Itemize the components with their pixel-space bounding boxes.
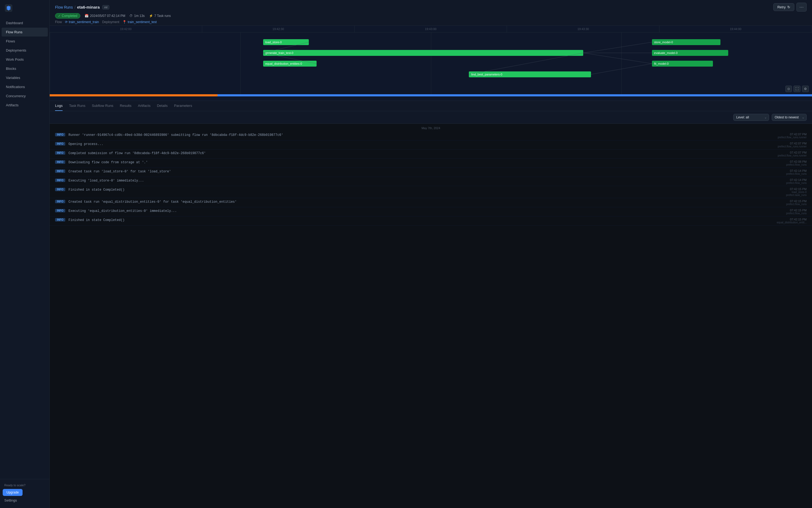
time-label-0: 19:42:00: [50, 26, 202, 32]
log-level-badge: INFO: [55, 188, 65, 191]
log-level-badge: INFO: [55, 200, 65, 203]
flow-label: Flow: [55, 20, 62, 24]
task-bar-equal-distribution[interactable]: equal_distribution_entities-0: [263, 61, 316, 67]
log-source: load_store-0prefect.task_runs: [786, 190, 807, 197]
log-source: prefect.flow_runs.runner: [778, 154, 807, 157]
header-top-row: Flow Runs / eta6-minara ml Retry ↻ ⋯: [55, 3, 807, 11]
log-level-badge: INFO: [55, 209, 65, 212]
log-meta: 07:42:07 PM prefect.flow_runs.runner: [778, 133, 807, 139]
log-row: INFO Executing 'equal_distribution_entit…: [50, 207, 812, 216]
fullscreen-button[interactable]: ⛶: [794, 86, 801, 92]
sidebar: Dashboard Flow Runs Flows Deployments Wo…: [0, 0, 50, 508]
sidebar-item-flow-runs[interactable]: Flow Runs: [2, 28, 48, 37]
log-level-badge: INFO: [55, 133, 65, 136]
prefect-logo-icon: [4, 4, 13, 12]
tab-details[interactable]: Details: [157, 101, 168, 111]
log-meta: 07:42:14 PM prefect.flow_runs: [786, 178, 807, 184]
meta-duration: ⏱ 1m 13s: [129, 14, 144, 18]
tab-artifacts[interactable]: Artifacts: [138, 101, 151, 111]
sort-select[interactable]: Oldest to newest Newest to oldest: [772, 114, 807, 121]
check-icon: ✓: [58, 14, 61, 18]
log-controls: Level: all Level: DEBUG Level: INFO Leve…: [50, 111, 812, 124]
sidebar-item-flows[interactable]: Flows: [2, 37, 48, 46]
log-time: 07:42:15 PM: [786, 209, 807, 212]
sidebar-item-work-pools[interactable]: Work Pools: [2, 55, 48, 64]
svg-line-6: [469, 53, 583, 74]
ml-badge: ml: [102, 5, 109, 9]
sidebar-item-blocks[interactable]: Blocks: [2, 64, 48, 73]
sidebar-item-deployments[interactable]: Deployments: [2, 46, 48, 55]
deployment-name-link[interactable]: 📍 train_sentiment_test: [122, 20, 157, 24]
task-bar-store-model[interactable]: store_model-0: [652, 39, 721, 45]
tab-parameters[interactable]: Parameters: [174, 101, 192, 111]
tab-task-runs[interactable]: Task Runs: [69, 101, 85, 111]
progress-bar-blue: [217, 94, 812, 96]
clock-icon: ⏱: [129, 14, 133, 18]
svg-line-2: [583, 42, 652, 53]
log-row: INFO Finished in state Completed() 07:42…: [50, 186, 812, 198]
log-meta: 07:42:15 PM equal_distribution_entit...: [777, 218, 807, 224]
log-meta: 07:42:07 PM prefect.flow_runs.runner: [778, 151, 807, 157]
log-meta: 07:42:15 PM load_store-0prefect.task_run…: [786, 187, 807, 197]
log-level-badge: INFO: [55, 218, 65, 221]
deployment-label: Deployment: [102, 20, 119, 24]
log-message: Completed submission of flow run '8dbcab…: [69, 151, 774, 156]
sidebar-item-notifications[interactable]: Notifications: [2, 82, 48, 91]
task-bar-fit-model[interactable]: fit_model-0: [652, 61, 713, 67]
log-row: INFO Executing 'load_store-0' immediatel…: [50, 177, 812, 186]
log-source: prefect.flow_runs: [786, 212, 807, 215]
log-level-badge: INFO: [55, 178, 65, 182]
recenter-button[interactable]: ⊙: [785, 86, 792, 92]
tab-logs[interactable]: Logs: [55, 101, 62, 111]
log-meta: 07:42:14 PM prefect.flow_runs: [786, 169, 807, 175]
log-level-badge: INFO: [55, 151, 65, 155]
meta-task-runs: ⚡ 7 Task runs: [149, 14, 171, 18]
ready-to-scale-text: Ready to scale?: [3, 482, 47, 489]
log-row: INFO Created task run 'load_store-0' for…: [50, 168, 812, 177]
sidebar-item-dashboard[interactable]: Dashboard: [2, 18, 48, 28]
time-label-4: 19:44:00: [659, 26, 812, 32]
log-source: equal_distribution_entit...: [777, 221, 807, 224]
task-bar-find-best-params[interactable]: find_best_parameters-0: [469, 72, 591, 77]
log-message: Created task run 'equal_distribution_ent…: [69, 200, 783, 204]
log-message: Downloading flow code from storage at '.…: [69, 160, 783, 165]
log-row: INFO Completed submission of flow run '8…: [50, 150, 812, 159]
log-time: 07:42:14 PM: [786, 178, 807, 181]
svg-line-4: [583, 53, 652, 64]
tab-results[interactable]: Results: [120, 101, 131, 111]
log-message: Finished in state Completed(): [69, 187, 783, 192]
log-time: 07:42:15 PM: [786, 200, 807, 203]
breadcrumb: Flow Runs / eta6-minara ml: [55, 5, 109, 9]
task-bar-load-store[interactable]: load_store-0: [263, 39, 309, 45]
content-tabs: Logs Task Runs Subflow Runs Results Arti…: [50, 101, 812, 111]
log-time: 07:42:15 PM: [777, 218, 807, 221]
log-time: 07:42:07 PM: [778, 142, 807, 145]
log-meta: 07:42:08 PM prefect.flow_runs: [786, 160, 807, 166]
level-select[interactable]: Level: all Level: DEBUG Level: INFO Leve…: [733, 114, 769, 121]
level-select-wrapper: Level: all Level: DEBUG Level: INFO Leve…: [733, 114, 769, 121]
upgrade-button[interactable]: Upgrade: [3, 489, 23, 496]
task-bar-evaluate-model[interactable]: evaluate_model-0: [652, 50, 728, 56]
sidebar-item-artifacts[interactable]: Artifacts: [2, 101, 48, 110]
time-label-3: 19:43:30: [507, 26, 659, 32]
sidebar-item-variables[interactable]: Variables: [2, 73, 48, 82]
more-options-button[interactable]: ⋯: [797, 3, 807, 11]
tab-subflow-runs[interactable]: Subflow Runs: [92, 101, 113, 111]
retry-button[interactable]: Retry ↻: [773, 3, 794, 11]
log-message: Runner 'runner-914967c4-cd0c-49ed-b30d-9…: [69, 133, 774, 137]
timeline-controls: ⊙ ⛶ ⚙: [785, 86, 809, 92]
time-label-1: 19:42:30: [202, 26, 355, 32]
log-date-divider: May 7th, 2024: [50, 124, 812, 131]
log-message: Executing 'load_store-0' immediately...: [69, 178, 783, 183]
settings-button[interactable]: ⚙: [802, 86, 809, 92]
flow-name-link[interactable]: ⟳ train_sentiment_train: [65, 20, 99, 24]
sidebar-item-concurrency[interactable]: Concurrency: [2, 92, 48, 100]
log-source: prefect.flow_runs: [786, 163, 807, 166]
breadcrumb-flow-runs-link[interactable]: Flow Runs: [55, 5, 73, 9]
log-meta: 07:42:15 PM prefect.flow_runs: [786, 209, 807, 215]
log-row: INFO Opening process... 07:42:07 PM pref…: [50, 140, 812, 150]
log-message: Opening process...: [69, 142, 774, 146]
sidebar-item-settings[interactable]: Settings: [3, 496, 47, 505]
task-bar-generate-train-test[interactable]: generate_train_test-0: [263, 50, 583, 56]
progress-bar-orange: [50, 94, 217, 96]
